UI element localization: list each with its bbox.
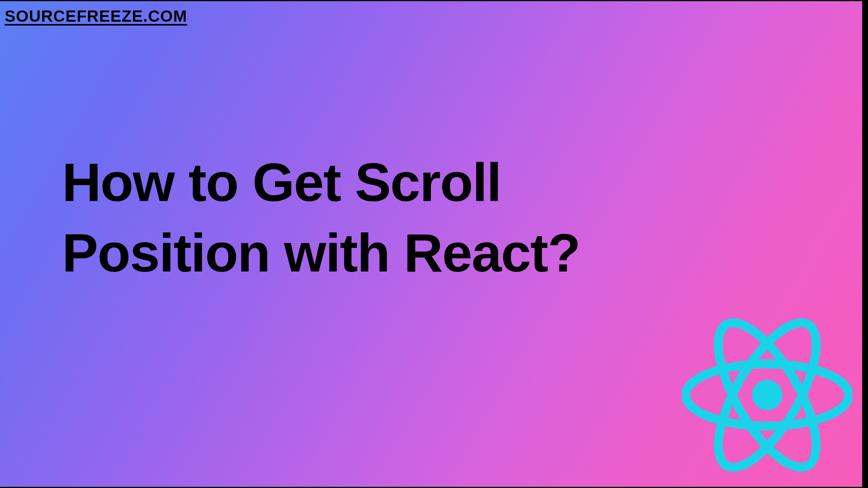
top-border xyxy=(0,0,868,1)
article-title-line-2: Position with React? xyxy=(62,218,580,288)
article-banner: SOURCEFREEZE.COM How to Get Scroll Posit… xyxy=(0,0,868,488)
title-container: How to Get Scroll Position with React? xyxy=(62,147,580,288)
article-title-line-1: How to Get Scroll xyxy=(62,147,580,218)
svg-point-0 xyxy=(752,380,782,410)
site-label: SOURCEFREEZE.COM xyxy=(5,7,187,26)
react-icon xyxy=(682,310,852,480)
right-border xyxy=(862,0,868,488)
